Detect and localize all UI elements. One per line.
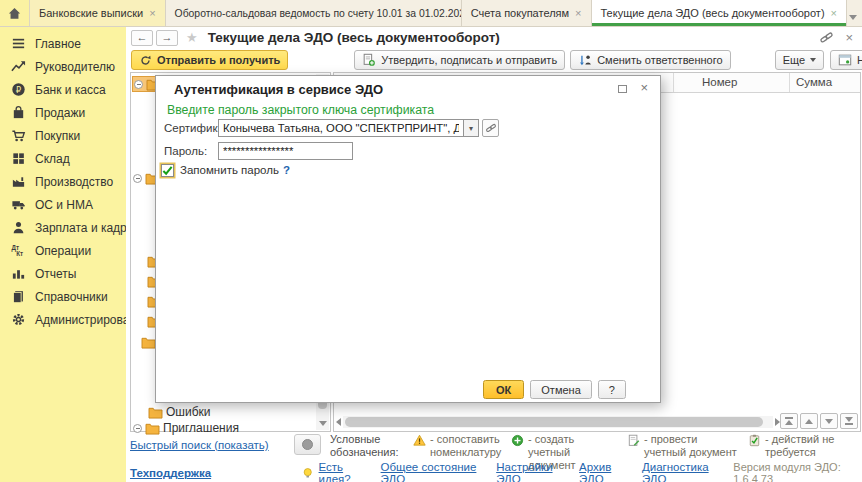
status-link-label[interactable]: Архив ЭДО bbox=[579, 461, 629, 482]
collapse-icon[interactable] bbox=[133, 424, 142, 433]
scroll-left-icon[interactable] bbox=[336, 418, 341, 426]
sidebar-item-icon bbox=[11, 266, 26, 281]
status-indicator-button[interactable] bbox=[294, 434, 321, 455]
go-previous-button[interactable] bbox=[800, 413, 818, 429]
legend-item: - провести учетный документ bbox=[627, 433, 737, 459]
change-responsible-button[interactable]: Сменить ответственного bbox=[570, 50, 731, 70]
folder-icon bbox=[145, 422, 160, 435]
sidebar-item[interactable]: Администрирование bbox=[0, 308, 126, 331]
forward-button[interactable]: → bbox=[156, 30, 178, 46]
sidebar-item[interactable]: Главное bbox=[0, 32, 126, 55]
status-link-label[interactable]: Есть идея? bbox=[319, 461, 368, 482]
legend-item-text: - действий не требуется bbox=[765, 433, 843, 459]
status-link[interactable]: Общее состояние ЭДО bbox=[381, 461, 484, 482]
tab-close-icon[interactable]: × bbox=[831, 8, 837, 19]
back-button[interactable]: ← bbox=[131, 30, 153, 46]
password-label: Пароль: bbox=[164, 145, 207, 157]
chevron-down-icon bbox=[810, 58, 816, 62]
sidebar-item[interactable]: ОС и НМА bbox=[0, 193, 126, 216]
status-link-label[interactable]: Техподдержка bbox=[130, 467, 211, 479]
status-link[interactable]: Техподдержка bbox=[130, 467, 211, 479]
status-link[interactable]: Архив ЭДО bbox=[579, 461, 629, 482]
tab-close-icon[interactable]: × bbox=[149, 8, 155, 19]
sidebar-item[interactable]: Операции bbox=[0, 239, 126, 262]
send-receive-button[interactable]: Отправить и получить bbox=[131, 50, 288, 70]
sidebar-item[interactable]: Банк и касса bbox=[0, 78, 126, 101]
tab[interactable]: Банковские выписки × bbox=[30, 0, 166, 26]
sidebar-item-icon bbox=[11, 197, 26, 212]
sidebar: Главное Руководителю Банк и касса Продаж… bbox=[0, 27, 126, 482]
sidebar-item[interactable]: Зарплата и кадры bbox=[0, 216, 126, 239]
legend-icon bbox=[511, 434, 524, 447]
status-link-label[interactable]: Общее состояние ЭДО bbox=[381, 461, 484, 482]
sidebar-item-icon bbox=[11, 82, 26, 97]
approve-sign-send-button[interactable]: Утвердить, подписать и отправить bbox=[354, 50, 565, 70]
tab[interactable]: Оборотно-сальдовая ведомость по счету 10… bbox=[166, 0, 462, 26]
remember-password-help-link[interactable]: ? bbox=[283, 164, 290, 176]
tab-close-icon[interactable]: × bbox=[575, 8, 581, 19]
toolbar: Отправить и получить Утвердить, подписат… bbox=[126, 48, 862, 72]
tab-list-chevron-icon[interactable] bbox=[847, 0, 862, 26]
sidebar-item-icon bbox=[11, 289, 26, 304]
sidebar-item-label: Производство bbox=[35, 175, 113, 189]
tab-label: Счета покупателям bbox=[471, 7, 569, 19]
status-link[interactable]: Диагностика ЭДО bbox=[642, 461, 720, 482]
go-last-button[interactable] bbox=[840, 413, 858, 429]
sidebar-item[interactable]: Покупки bbox=[0, 124, 126, 147]
chain-icon bbox=[485, 122, 497, 134]
sidebar-item-label: Справочники bbox=[35, 290, 108, 304]
tab[interactable]: Счета покупателям × bbox=[462, 0, 592, 26]
sidebar-item[interactable]: Склад bbox=[0, 147, 126, 170]
certificate-field[interactable] bbox=[218, 119, 464, 137]
go-first-button[interactable] bbox=[780, 413, 798, 429]
close-page-icon[interactable]: × bbox=[845, 31, 853, 44]
view-settings-button[interactable]: Настройка просмотра bbox=[830, 50, 862, 70]
sidebar-item[interactable]: Отчеты bbox=[0, 262, 126, 285]
scrollbar-thumb[interactable] bbox=[345, 417, 763, 427]
favorite-star-icon[interactable]: ★ bbox=[186, 30, 198, 45]
status-link-label[interactable]: Диагностика ЭДО bbox=[642, 461, 720, 482]
tab[interactable]: Текущие дела ЭДО (весь документооборот) … bbox=[592, 0, 847, 26]
certificate-link-button[interactable] bbox=[482, 119, 499, 137]
go-next-button[interactable] bbox=[820, 413, 838, 429]
folder-icon bbox=[148, 406, 163, 419]
maximize-icon[interactable] bbox=[618, 85, 627, 93]
certificate-dropdown-button[interactable]: ▾ bbox=[464, 119, 479, 137]
grid-horizontal-scrollbar[interactable] bbox=[336, 415, 780, 429]
status-link[interactable]: Настройки ЭДО bbox=[496, 461, 566, 482]
sidebar-item-icon bbox=[11, 128, 26, 143]
legend-item: - действий не требуется bbox=[748, 433, 843, 459]
collapse-icon[interactable] bbox=[134, 80, 143, 89]
collapse-icon[interactable] bbox=[133, 174, 142, 183]
status-link-label[interactable]: Настройки ЭДО bbox=[496, 461, 566, 482]
status-link[interactable]: Есть идея? bbox=[302, 461, 367, 482]
refresh-icon bbox=[139, 54, 152, 67]
remember-password-checkbox[interactable] bbox=[161, 164, 174, 177]
scrollbar-track[interactable] bbox=[343, 416, 773, 428]
more-button[interactable]: Еще bbox=[775, 50, 824, 70]
status-dot-icon bbox=[302, 439, 313, 450]
sidebar-item-label: Руководителю bbox=[35, 60, 115, 74]
edo-module-version: Версия модуля ЭДО: 1.6.4.73 bbox=[733, 461, 858, 482]
column-separator bbox=[789, 73, 790, 92]
get-link-icon[interactable] bbox=[819, 30, 834, 45]
scroll-down-icon[interactable] bbox=[319, 421, 327, 426]
close-icon[interactable]: × bbox=[640, 81, 648, 94]
home-button[interactable] bbox=[0, 0, 30, 26]
idea-bulb-icon bbox=[302, 466, 313, 480]
ok-button[interactable]: ОК bbox=[483, 380, 524, 399]
password-field[interactable] bbox=[218, 142, 353, 160]
sidebar-item[interactable]: Руководителю bbox=[0, 55, 126, 78]
legend-item-text: - провести учетный документ bbox=[644, 433, 737, 459]
sidebar-item-icon bbox=[11, 312, 26, 327]
legend-item: - сопоставить номенклатуру bbox=[413, 433, 500, 459]
cancel-button[interactable]: Отмена bbox=[530, 380, 591, 399]
tree-row[interactable]: Приглашения bbox=[133, 420, 239, 436]
sidebar-item[interactable]: Производство bbox=[0, 170, 126, 193]
tree-row[interactable]: Ошибки bbox=[148, 404, 211, 420]
more-label: Еще bbox=[783, 54, 805, 66]
sidebar-item[interactable]: Справочники bbox=[0, 285, 126, 308]
sidebar-item[interactable]: Продажи bbox=[0, 101, 126, 124]
quick-search-link[interactable]: Быстрый поиск (показать) bbox=[130, 439, 269, 451]
dialog-help-button[interactable]: ? bbox=[598, 380, 626, 399]
